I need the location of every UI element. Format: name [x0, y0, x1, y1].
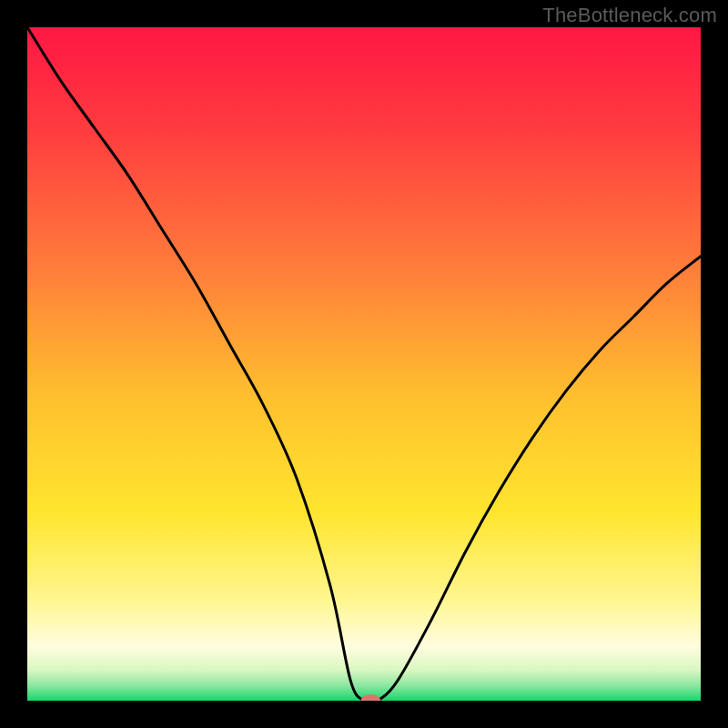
optimum-marker [360, 694, 380, 707]
bottleneck-chart [0, 0, 728, 728]
chart-frame: TheBottleneck.com [0, 0, 728, 728]
attribution-label: TheBottleneck.com [542, 4, 717, 27]
gradient-background [27, 27, 701, 701]
